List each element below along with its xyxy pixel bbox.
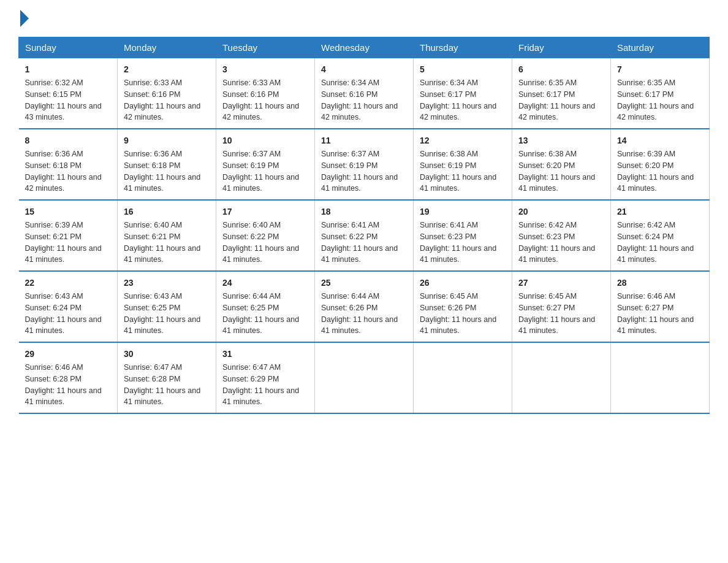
sunset-label: Sunset: 6:15 PM — [25, 90, 82, 99]
day-number: 1 — [25, 63, 112, 76]
calendar-cell: 31 Sunrise: 6:47 AM Sunset: 6:29 PM Dayl… — [216, 342, 315, 413]
calendar-cell: 3 Sunrise: 6:33 AM Sunset: 6:16 PM Dayli… — [216, 58, 315, 129]
sunrise-label: Sunrise: 6:45 AM — [420, 292, 478, 301]
daylight-label: Daylight: 11 hours and 41 minutes. — [617, 244, 694, 264]
calendar-week-4: 22 Sunrise: 6:43 AM Sunset: 6:24 PM Dayl… — [19, 271, 710, 342]
calendar-cell: 15 Sunrise: 6:39 AM Sunset: 6:21 PM Dayl… — [19, 200, 118, 271]
sunrise-label: Sunrise: 6:41 AM — [321, 221, 379, 229]
calendar-cell: 17 Sunrise: 6:40 AM Sunset: 6:22 PM Dayl… — [216, 200, 315, 271]
day-number: 21 — [617, 205, 703, 218]
day-number: 15 — [25, 205, 112, 218]
header-day-thursday: Thursday — [414, 37, 512, 58]
sunset-label: Sunset: 6:20 PM — [617, 161, 673, 170]
sunrise-label: Sunrise: 6:36 AM — [25, 150, 83, 158]
sunset-label: Sunset: 6:24 PM — [25, 304, 82, 312]
day-number: 19 — [420, 205, 506, 218]
sunrise-label: Sunrise: 6:35 AM — [518, 79, 577, 87]
day-number: 27 — [518, 277, 604, 289]
logo-triangle-icon — [20, 10, 29, 27]
daylight-label: Daylight: 11 hours and 41 minutes. — [222, 315, 299, 335]
sunset-label: Sunset: 6:28 PM — [25, 375, 82, 383]
calendar-cell: 24 Sunrise: 6:44 AM Sunset: 6:25 PM Dayl… — [216, 271, 315, 342]
sunrise-label: Sunrise: 6:42 AM — [518, 221, 577, 229]
daylight-label: Daylight: 11 hours and 42 minutes. — [420, 102, 496, 122]
sunset-label: Sunset: 6:26 PM — [420, 304, 476, 312]
calendar-cell: 27 Sunrise: 6:45 AM Sunset: 6:27 PM Dayl… — [512, 271, 611, 342]
sunset-label: Sunset: 6:22 PM — [321, 232, 377, 241]
day-number: 14 — [617, 134, 703, 147]
sunrise-label: Sunrise: 6:37 AM — [321, 150, 379, 158]
day-number: 12 — [420, 134, 506, 147]
calendar-cell: 23 Sunrise: 6:43 AM Sunset: 6:25 PM Dayl… — [118, 271, 216, 342]
daylight-label: Daylight: 11 hours and 41 minutes. — [420, 173, 496, 193]
calendar-week-2: 8 Sunrise: 6:36 AM Sunset: 6:18 PM Dayli… — [19, 129, 710, 200]
sunset-label: Sunset: 6:16 PM — [321, 90, 377, 99]
day-number: 26 — [420, 277, 506, 289]
daylight-label: Daylight: 11 hours and 41 minutes. — [420, 244, 496, 264]
calendar-cell: 13 Sunrise: 6:38 AM Sunset: 6:20 PM Dayl… — [512, 129, 611, 200]
sunset-label: Sunset: 6:23 PM — [518, 232, 575, 241]
sunrise-label: Sunrise: 6:47 AM — [124, 363, 182, 372]
calendar-cell: 4 Sunrise: 6:34 AM Sunset: 6:16 PM Dayli… — [315, 58, 414, 129]
sunset-label: Sunset: 6:25 PM — [124, 304, 180, 312]
sunrise-label: Sunrise: 6:32 AM — [25, 79, 83, 87]
sunrise-label: Sunrise: 6:46 AM — [617, 292, 675, 301]
calendar-cell — [414, 342, 512, 413]
sunrise-label: Sunrise: 6:46 AM — [25, 363, 83, 372]
calendar-cell: 19 Sunrise: 6:41 AM Sunset: 6:23 PM Dayl… — [414, 200, 512, 271]
sunrise-label: Sunrise: 6:45 AM — [518, 292, 577, 301]
calendar-cell: 8 Sunrise: 6:36 AM Sunset: 6:18 PM Dayli… — [19, 129, 118, 200]
calendar-cell: 18 Sunrise: 6:41 AM Sunset: 6:22 PM Dayl… — [315, 200, 414, 271]
sunset-label: Sunset: 6:18 PM — [25, 161, 82, 170]
sunset-label: Sunset: 6:16 PM — [124, 90, 180, 99]
header-row: SundayMondayTuesdayWednesdayThursdayFrid… — [19, 37, 710, 58]
sunrise-label: Sunrise: 6:36 AM — [124, 150, 182, 158]
calendar-cell: 26 Sunrise: 6:45 AM Sunset: 6:26 PM Dayl… — [414, 271, 512, 342]
calendar-cell: 12 Sunrise: 6:38 AM Sunset: 6:19 PM Dayl… — [414, 129, 512, 200]
calendar-cell: 28 Sunrise: 6:46 AM Sunset: 6:27 PM Dayl… — [611, 271, 710, 342]
calendar-cell — [611, 342, 710, 413]
sunrise-label: Sunrise: 6:42 AM — [617, 221, 675, 229]
sunset-label: Sunset: 6:21 PM — [124, 232, 180, 241]
day-number: 18 — [321, 205, 407, 218]
daylight-label: Daylight: 11 hours and 43 minutes. — [25, 102, 102, 122]
sunrise-label: Sunrise: 6:33 AM — [124, 79, 182, 87]
calendar-cell: 5 Sunrise: 6:34 AM Sunset: 6:17 PM Dayli… — [414, 58, 512, 129]
daylight-label: Daylight: 11 hours and 41 minutes. — [518, 173, 595, 193]
sunset-label: Sunset: 6:16 PM — [222, 90, 279, 99]
calendar-cell: 25 Sunrise: 6:44 AM Sunset: 6:26 PM Dayl… — [315, 271, 414, 342]
sunset-label: Sunset: 6:21 PM — [25, 232, 82, 241]
daylight-label: Daylight: 11 hours and 41 minutes. — [222, 386, 299, 407]
sunset-label: Sunset: 6:23 PM — [420, 232, 476, 241]
header-day-tuesday: Tuesday — [216, 37, 315, 58]
header-day-monday: Monday — [118, 37, 216, 58]
calendar-table: SundayMondayTuesdayWednesdayThursdayFrid… — [18, 37, 710, 414]
day-number: 17 — [222, 205, 308, 218]
calendar-cell: 20 Sunrise: 6:42 AM Sunset: 6:23 PM Dayl… — [512, 200, 611, 271]
header-day-wednesday: Wednesday — [315, 37, 414, 58]
sunset-label: Sunset: 6:22 PM — [222, 232, 279, 241]
calendar-cell — [315, 342, 414, 413]
calendar-header: SundayMondayTuesdayWednesdayThursdayFrid… — [19, 37, 710, 58]
calendar-cell: 1 Sunrise: 6:32 AM Sunset: 6:15 PM Dayli… — [19, 58, 118, 129]
logo — [18, 12, 29, 25]
calendar-body: 1 Sunrise: 6:32 AM Sunset: 6:15 PM Dayli… — [19, 58, 710, 414]
sunset-label: Sunset: 6:29 PM — [222, 375, 279, 383]
calendar-cell — [512, 342, 611, 413]
sunset-label: Sunset: 6:27 PM — [617, 304, 673, 312]
day-number: 20 — [518, 205, 604, 218]
daylight-label: Daylight: 11 hours and 41 minutes. — [124, 244, 200, 264]
sunrise-label: Sunrise: 6:41 AM — [420, 221, 478, 229]
sunrise-label: Sunrise: 6:40 AM — [222, 221, 281, 229]
calendar-cell: 10 Sunrise: 6:37 AM Sunset: 6:19 PM Dayl… — [216, 129, 315, 200]
calendar-cell: 9 Sunrise: 6:36 AM Sunset: 6:18 PM Dayli… — [118, 129, 216, 200]
sunset-label: Sunset: 6:24 PM — [617, 232, 673, 241]
sunrise-label: Sunrise: 6:44 AM — [321, 292, 379, 301]
daylight-label: Daylight: 11 hours and 41 minutes. — [25, 386, 102, 407]
calendar-week-5: 29 Sunrise: 6:46 AM Sunset: 6:28 PM Dayl… — [19, 342, 710, 413]
sunrise-label: Sunrise: 6:33 AM — [222, 79, 281, 87]
daylight-label: Daylight: 11 hours and 42 minutes. — [321, 102, 398, 122]
sunset-label: Sunset: 6:26 PM — [321, 304, 377, 312]
calendar-cell: 21 Sunrise: 6:42 AM Sunset: 6:24 PM Dayl… — [611, 200, 710, 271]
sunrise-label: Sunrise: 6:40 AM — [124, 221, 182, 229]
